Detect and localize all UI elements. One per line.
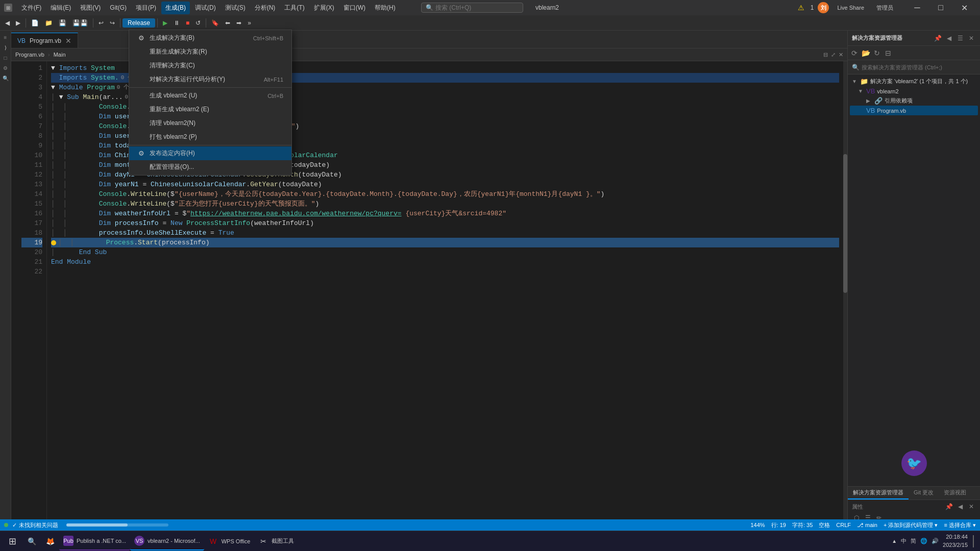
menu-test[interactable]: 测试(S) bbox=[221, 2, 250, 14]
menu-git[interactable]: Git(G) bbox=[106, 2, 131, 13]
menu-build-project[interactable]: 生成 vblearn2 (U) Ctrl+B bbox=[129, 89, 291, 103]
menu-view[interactable]: 视图(V) bbox=[76, 2, 105, 14]
tree-program-vb[interactable]: VB Program.vb bbox=[850, 106, 978, 115]
close-btn[interactable]: ✕ bbox=[952, 0, 976, 15]
taskbar-tray-network[interactable]: 🌐 bbox=[920, 538, 927, 544]
toolbar-redo[interactable]: ↪ bbox=[107, 18, 118, 28]
search-box[interactable]: 🔍 bbox=[421, 3, 523, 13]
tree-solution[interactable]: ▼ 📁 解决方案 'vblearn2' (1 个项目，共 1 个) bbox=[850, 77, 978, 86]
menu-project[interactable]: 项目(P) bbox=[132, 2, 160, 14]
maximize-btn[interactable]: □ bbox=[929, 0, 952, 15]
toolbar-new[interactable]: 📄 bbox=[28, 18, 42, 28]
taskbar-show-desktop[interactable] bbox=[972, 535, 974, 547]
properties-close-btn[interactable]: ✕ bbox=[967, 502, 976, 511]
toolbar-open[interactable]: 📁 bbox=[42, 18, 56, 28]
menu-extensions[interactable]: 扩展(X) bbox=[310, 2, 338, 14]
sidebar-icon-5[interactable]: 🔍 bbox=[1, 73, 10, 83]
status-char[interactable]: 字符: 35 bbox=[792, 521, 813, 529]
taskbar-tray-arrow[interactable]: ▲ bbox=[892, 538, 897, 544]
taskbar-start-btn[interactable]: ⊞ bbox=[2, 532, 22, 550]
rpanel-tab-solution[interactable]: 解决方案资源管理器 bbox=[848, 487, 909, 499]
menu-edit[interactable]: 编辑(E) bbox=[46, 2, 75, 14]
solution-explorer-search[interactable]: 🔍 bbox=[848, 60, 980, 74]
editor-tab-program[interactable]: VB Program.vb ✕ bbox=[11, 33, 78, 48]
taskbar-snip[interactable]: ✂ 截图工具 bbox=[254, 532, 298, 550]
status-mode[interactable]: 空格 bbox=[819, 521, 830, 529]
search-input[interactable] bbox=[435, 4, 507, 11]
tab-close-btn[interactable]: ✕ bbox=[65, 37, 71, 44]
status-message[interactable]: ✓ 未找到相关问题 bbox=[12, 521, 58, 529]
toolbar-more[interactable]: » bbox=[244, 18, 254, 28]
panel-arrow-btn[interactable]: ◀ bbox=[944, 34, 953, 43]
tree-dependencies[interactable]: ▶ 🔗 引用依赖项 bbox=[850, 96, 978, 106]
add-to-source[interactable]: + 添加到源代码管理 ▾ bbox=[884, 521, 938, 529]
toolbar-restart[interactable]: ↺ bbox=[192, 18, 204, 28]
taskbar-tray-jian[interactable]: 简 bbox=[911, 537, 916, 545]
expand-icon-4[interactable]: ▼ bbox=[59, 92, 63, 102]
sidebar-icon-3[interactable]: □ bbox=[1, 53, 10, 62]
menu-analyze[interactable]: 分析(N) bbox=[251, 2, 280, 14]
menu-tools[interactable]: 工具(T) bbox=[280, 2, 308, 14]
expand-icon-3[interactable]: ▼ bbox=[51, 83, 55, 92]
menu-publish-selected[interactable]: ⚙ 发布选定内容(H) bbox=[129, 146, 291, 160]
select-repo[interactable]: ≡ 选择合库 ▾ bbox=[944, 521, 976, 529]
toolbar-navprev[interactable]: ⬅ bbox=[222, 18, 233, 28]
git-branch[interactable]: ⎇ main bbox=[857, 522, 877, 529]
user-avatar[interactable]: 刘 bbox=[818, 2, 829, 13]
taskbar-tray-zh[interactable]: 中 bbox=[901, 537, 906, 545]
toolbar-navnext[interactable]: ➡ bbox=[233, 18, 244, 28]
panel-close-btn[interactable]: ✕ bbox=[967, 34, 976, 43]
menu-config-manager[interactable]: 配置管理器(O)... bbox=[129, 160, 291, 174]
toolbar-back[interactable]: ◀ bbox=[2, 18, 13, 28]
show-all-files-btn[interactable]: 📂 bbox=[861, 48, 870, 58]
sidebar-icon-4[interactable]: ⚙ bbox=[1, 63, 10, 72]
toolbar-stop[interactable]: ■ bbox=[183, 18, 192, 28]
properties-pin-btn[interactable]: 📌 bbox=[944, 502, 953, 511]
split-icon[interactable]: ⊟ bbox=[823, 52, 828, 58]
menu-window[interactable]: 窗口(W) bbox=[339, 2, 370, 14]
close-editor-icon[interactable]: ✕ bbox=[839, 52, 843, 58]
refresh-btn[interactable]: ↻ bbox=[872, 48, 881, 58]
collapse-all-btn[interactable]: ⊟ bbox=[884, 48, 893, 58]
taskbar-firefox[interactable]: 🦊 bbox=[41, 532, 59, 550]
menu-build[interactable]: 生成(B) bbox=[161, 2, 190, 14]
status-encoding[interactable]: CRLF bbox=[836, 522, 851, 528]
status-line[interactable]: 行: 19 bbox=[771, 521, 786, 529]
sidebar-icon-2[interactable]: ⟩ bbox=[1, 43, 10, 52]
taskbar-publish-app[interactable]: Pub Publish a .NET co... bbox=[59, 532, 130, 550]
menu-build-solution[interactable]: ⚙ 生成解决方案(B) Ctrl+Shift+B bbox=[129, 31, 291, 45]
taskbar-vs-app[interactable]: VS vblearn2 - Microsof... bbox=[130, 532, 204, 550]
menu-file[interactable]: 文件(F) bbox=[17, 2, 45, 14]
menu-pack-project[interactable]: 打包 vblearn2 (P) bbox=[129, 130, 291, 144]
sync-with-active-doc-btn[interactable]: ⟳ bbox=[850, 48, 859, 58]
admin-btn[interactable]: 管理员 bbox=[872, 3, 897, 13]
rpanel-tab-git[interactable]: Git 更改 bbox=[909, 487, 939, 499]
properties-arrow-btn[interactable]: ◀ bbox=[955, 502, 965, 511]
solution-explorer-search-input[interactable] bbox=[862, 64, 976, 70]
menu-clean-project[interactable]: 清理 vblearn2(N) bbox=[129, 116, 291, 130]
rpanel-tab-resources[interactable]: 资源视图 bbox=[939, 487, 971, 499]
toolbar-pause[interactable]: ⏸ bbox=[170, 18, 183, 28]
panel-menu-btn[interactable]: ☰ bbox=[955, 34, 965, 43]
taskbar-tray-sound[interactable]: 🔊 bbox=[932, 538, 939, 544]
menu-help[interactable]: 帮助(H) bbox=[371, 2, 400, 14]
sidebar-icon-1[interactable]: ≡ bbox=[1, 33, 10, 42]
build-dropdown-menu[interactable]: ⚙ 生成解决方案(B) Ctrl+Shift+B 重新生成解决方案(R) 清理解… bbox=[129, 30, 292, 176]
toolbar-undo[interactable]: ↩ bbox=[95, 18, 107, 28]
maximize-editor-icon[interactable]: ⤢ bbox=[831, 52, 836, 58]
menu-analyze-solution[interactable]: 对解决方案运行代码分析(Y) Alt+F11 bbox=[129, 72, 291, 86]
panel-pin-btn[interactable]: 📌 bbox=[933, 34, 942, 43]
toolbar-save[interactable]: 💾 bbox=[56, 18, 69, 28]
toolbar-save-all[interactable]: 💾💾 bbox=[69, 18, 91, 28]
taskbar-clock[interactable]: 20:18:44 2023/2/15 bbox=[943, 533, 968, 549]
menu-rebuild-solution[interactable]: 重新生成解决方案(R) bbox=[129, 45, 291, 59]
taskbar-wps[interactable]: W WPS Office bbox=[204, 532, 255, 550]
toolbar-bookmark[interactable]: 🔖 bbox=[208, 18, 222, 28]
status-zoom[interactable]: 144% bbox=[750, 522, 765, 528]
toolbar-run[interactable]: ▶ bbox=[160, 18, 170, 28]
menu-debug[interactable]: 调试(D) bbox=[191, 2, 220, 14]
editor-scrollbar[interactable] bbox=[843, 61, 847, 524]
tree-project[interactable]: ▼ VB vblearn2 bbox=[850, 86, 978, 96]
menu-clean-solution[interactable]: 清理解决方案(C) bbox=[129, 59, 291, 72]
live-share-btn[interactable]: Live Share bbox=[833, 4, 868, 12]
